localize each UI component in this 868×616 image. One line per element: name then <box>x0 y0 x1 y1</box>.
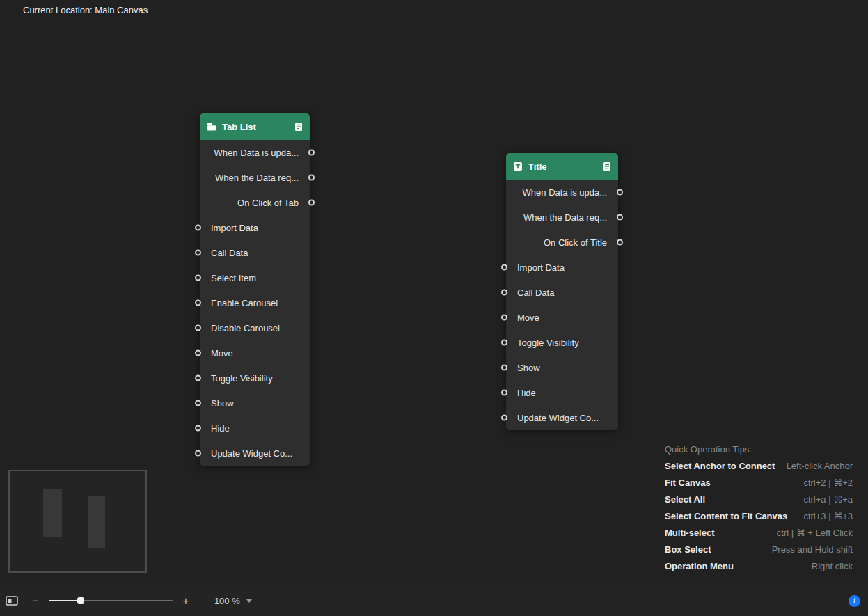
zoom-percentage[interactable]: 100 % <box>214 596 240 606</box>
input-anchor-label: Move <box>211 348 233 358</box>
tip-label: Multi-select <box>665 525 715 542</box>
input-anchor[interactable] <box>195 425 201 432</box>
input-anchor[interactable] <box>501 315 507 321</box>
input-row: Import Data <box>200 215 310 240</box>
tip-row: Operation MenuRight click <box>665 558 853 575</box>
output-anchor-label: When the Data req... <box>523 212 607 223</box>
tip-label: Select All <box>665 491 705 508</box>
node-tab-list[interactable]: Tab ListWhen Data is upda...When the Dat… <box>200 113 310 466</box>
input-anchor-label: Call Data <box>211 248 248 258</box>
output-anchor[interactable] <box>617 239 623 246</box>
input-anchor[interactable] <box>195 300 201 306</box>
input-anchor[interactable] <box>501 264 507 271</box>
input-anchor-label: Update Widget Co... <box>517 413 599 423</box>
input-row: Hide <box>506 380 618 405</box>
node-title[interactable]: TitleWhen Data is upda...When the Data r… <box>506 153 618 430</box>
input-anchor-label: Toggle Visibility <box>211 373 273 384</box>
output-anchor[interactable] <box>617 189 623 196</box>
tip-row: Box SelectPress and Hold shift <box>665 542 853 558</box>
input-anchor[interactable] <box>501 415 507 421</box>
output-row: On Click of Tab <box>200 190 310 215</box>
output-row: When Data is upda... <box>200 140 310 165</box>
output-anchor-label: When Data is upda... <box>523 187 607 198</box>
output-row: When the Data req... <box>200 165 310 190</box>
node-title: Tab List <box>222 122 289 132</box>
input-row: Disable Carousel <box>200 315 310 340</box>
tip-value: ctrl+a | ⌘+a <box>796 491 853 508</box>
output-anchor-label: On Click of Tab <box>237 198 299 208</box>
tip-row: Select Content to Fit Canvasctrl+3 | ⌘+3 <box>665 508 853 525</box>
input-anchor[interactable] <box>195 375 201 381</box>
input-anchor-label: Import Data <box>211 223 258 233</box>
input-anchor-label: Import Data <box>517 262 565 273</box>
input-anchor-label: Call Data <box>517 287 554 298</box>
input-anchor[interactable] <box>501 365 507 371</box>
output-anchor[interactable] <box>617 214 623 221</box>
zoom-out-button[interactable]: − <box>29 595 42 607</box>
quick-operation-tips: Quick Operation Tips: Select Anchor to C… <box>665 441 853 575</box>
input-anchor[interactable] <box>195 250 201 256</box>
current-location-label: Current Location: Main Canvas <box>23 5 148 15</box>
input-anchor-label: Show <box>517 363 540 373</box>
node-header[interactable]: Title <box>506 153 618 180</box>
input-anchor[interactable] <box>195 400 201 406</box>
input-anchor[interactable] <box>501 340 507 346</box>
output-anchor[interactable] <box>308 175 315 181</box>
zoom-in-button[interactable]: + <box>180 595 192 607</box>
input-row: Call Data <box>506 280 618 305</box>
tip-label: Operation Menu <box>665 558 734 575</box>
output-row: On Click of Title <box>506 230 618 255</box>
tab-list-icon <box>207 122 216 132</box>
tip-label: Select Content to Fit Canvas <box>665 508 787 525</box>
tip-label: Box Select <box>665 542 711 558</box>
input-anchor-label: Show <box>211 398 234 409</box>
input-anchor-label: Toggle Visibility <box>517 338 579 348</box>
input-row: Update Widget Co... <box>506 405 618 430</box>
node-title: Title <box>528 161 597 172</box>
tip-value: ctrl+3 | ⌘+3 <box>796 508 853 525</box>
tip-row: Select Allctrl+a | ⌘+a <box>665 491 853 508</box>
input-anchor[interactable] <box>195 350 201 356</box>
tip-row: Fit Canvasctrl+2 | ⌘+2 <box>665 475 853 491</box>
tip-row: Multi-selectctrl | ⌘ + Left Click <box>665 525 853 542</box>
tips-title: Quick Operation Tips: <box>665 441 853 458</box>
minimap-node <box>43 489 62 537</box>
input-row: Select Item <box>200 265 310 290</box>
bottom-toolbar: − + 100 % i <box>0 585 868 616</box>
input-row: Update Widget Co... <box>200 441 310 466</box>
input-row: Enable Carousel <box>200 290 310 315</box>
input-anchor[interactable] <box>501 390 507 396</box>
zoom-slider-handle[interactable] <box>77 597 84 604</box>
input-row: Show <box>506 355 618 380</box>
title-icon <box>513 161 523 171</box>
zoom-slider-fill <box>49 600 81 601</box>
output-anchor-label: When the Data req... <box>215 173 299 183</box>
document-icon[interactable] <box>603 161 611 171</box>
input-row: Call Data <box>200 240 310 265</box>
tip-row: Select Anchor to ConnectLeft-click Ancho… <box>665 458 853 475</box>
output-anchor[interactable] <box>308 150 315 156</box>
output-anchor[interactable] <box>308 200 315 206</box>
input-anchor-label: Hide <box>211 423 230 434</box>
tip-label: Select Anchor to Connect <box>665 458 775 475</box>
tip-value: ctrl+2 | ⌘+2 <box>796 475 853 491</box>
minimap[interactable] <box>8 470 147 573</box>
info-icon[interactable]: i <box>849 595 860 607</box>
zoom-slider[interactable] <box>49 596 173 606</box>
input-anchor[interactable] <box>501 290 507 296</box>
chevron-down-icon[interactable] <box>246 599 252 603</box>
tip-value: Right click <box>805 558 853 575</box>
minimap-toggle-icon[interactable] <box>6 596 18 606</box>
input-anchor[interactable] <box>195 450 201 457</box>
output-row: When Data is upda... <box>506 180 618 205</box>
document-icon[interactable] <box>294 122 303 132</box>
input-row: Hide <box>200 416 310 441</box>
input-row: Move <box>506 305 618 330</box>
input-row: Move <box>200 340 310 365</box>
input-anchor[interactable] <box>195 325 201 331</box>
node-header[interactable]: Tab List <box>200 113 310 140</box>
input-row: Toggle Visibility <box>506 330 618 355</box>
input-anchor[interactable] <box>195 225 201 231</box>
input-row: Show <box>200 390 310 416</box>
input-anchor[interactable] <box>195 275 201 281</box>
